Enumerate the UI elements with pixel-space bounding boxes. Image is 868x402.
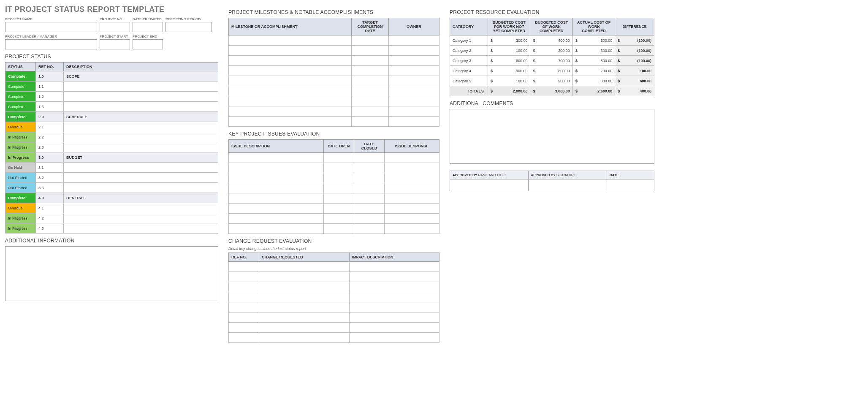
empty-cell[interactable] [324,214,354,224]
empty-cell[interactable] [229,183,324,193]
empty-cell[interactable] [324,224,354,234]
empty-cell[interactable] [229,117,352,127]
empty-cell[interactable] [229,96,352,106]
status-cell[interactable]: In Progress [5,132,36,142]
desc-cell[interactable] [64,122,218,132]
empty-cell[interactable] [324,163,354,173]
empty-cell[interactable] [259,312,350,323]
empty-cell[interactable] [349,323,439,333]
empty-cell[interactable] [389,66,439,76]
field-input[interactable] [165,22,212,32]
field-input[interactable] [133,22,163,32]
desc-cell[interactable] [64,92,218,102]
empty-cell[interactable] [389,46,439,56]
desc-cell[interactable]: BUDGET [64,152,218,163]
desc-cell[interactable] [64,81,218,92]
status-cell[interactable]: On Hold [5,163,36,173]
empty-cell[interactable] [229,282,259,292]
status-cell[interactable]: Not Started [5,173,36,183]
empty-cell[interactable] [229,106,352,117]
empty-cell[interactable] [259,282,350,292]
empty-cell[interactable] [229,163,324,173]
empty-cell[interactable] [354,214,385,224]
empty-cell[interactable] [385,224,439,234]
empty-cell[interactable] [385,173,439,183]
empty-cell[interactable] [389,106,439,117]
status-cell[interactable]: In Progress [5,152,36,163]
empty-cell[interactable] [352,35,389,46]
desc-cell[interactable] [64,223,218,234]
empty-cell[interactable] [229,173,324,183]
empty-cell[interactable] [259,292,350,302]
field-input[interactable] [100,39,130,49]
empty-cell[interactable] [259,323,350,333]
empty-cell[interactable] [389,76,439,86]
status-cell[interactable]: Complete [5,92,36,102]
field-input[interactable] [133,39,163,49]
empty-cell[interactable] [385,163,439,173]
desc-cell[interactable] [64,142,218,152]
approval-signature-input[interactable] [529,179,608,191]
additional-comments-box[interactable] [450,109,654,164]
empty-cell[interactable] [229,46,352,56]
empty-cell[interactable] [229,302,259,312]
status-cell[interactable]: In Progress [5,223,36,234]
status-cell[interactable]: Complete [5,112,36,122]
status-cell[interactable]: Overdue [5,122,36,132]
field-input[interactable] [100,22,130,32]
desc-cell[interactable]: GENERAL [64,193,218,203]
desc-cell[interactable] [64,213,218,223]
status-cell[interactable]: Complete [5,81,36,92]
empty-cell[interactable] [354,163,385,173]
approval-name-input[interactable] [450,179,529,191]
status-cell[interactable]: In Progress [5,213,36,223]
field-input[interactable] [5,22,97,32]
empty-cell[interactable] [349,272,439,282]
empty-cell[interactable] [259,333,350,343]
empty-cell[interactable] [229,323,259,333]
desc-cell[interactable] [64,163,218,173]
empty-cell[interactable] [229,262,259,272]
desc-cell[interactable] [64,132,218,142]
additional-info-box[interactable] [5,246,218,301]
empty-cell[interactable] [259,262,350,272]
empty-cell[interactable] [354,153,385,163]
desc-cell[interactable]: SCOPE [64,71,218,81]
empty-cell[interactable] [352,96,389,106]
desc-cell[interactable]: SCHEDULE [64,112,218,122]
empty-cell[interactable] [352,56,389,66]
desc-cell[interactable] [64,102,218,112]
empty-cell[interactable] [229,76,352,86]
empty-cell[interactable] [349,302,439,312]
empty-cell[interactable] [385,193,439,204]
empty-cell[interactable] [389,86,439,96]
empty-cell[interactable] [229,204,324,214]
desc-cell[interactable] [64,183,218,193]
empty-cell[interactable] [229,312,259,323]
status-cell[interactable]: In Progress [5,142,36,152]
empty-cell[interactable] [324,183,354,193]
empty-cell[interactable] [352,66,389,76]
empty-cell[interactable] [354,183,385,193]
empty-cell[interactable] [354,193,385,204]
empty-cell[interactable] [352,46,389,56]
empty-cell[interactable] [349,333,439,343]
desc-cell[interactable] [64,173,218,183]
empty-cell[interactable] [259,272,350,282]
empty-cell[interactable] [385,204,439,214]
empty-cell[interactable] [259,302,350,312]
empty-cell[interactable] [354,224,385,234]
empty-cell[interactable] [389,96,439,106]
status-cell[interactable]: Not Started [5,183,36,193]
empty-cell[interactable] [352,106,389,117]
empty-cell[interactable] [229,86,352,96]
empty-cell[interactable] [324,204,354,214]
field-input[interactable] [5,39,97,49]
empty-cell[interactable] [229,214,324,224]
empty-cell[interactable] [385,214,439,224]
empty-cell[interactable] [352,86,389,96]
empty-cell[interactable] [385,153,439,163]
empty-cell[interactable] [229,292,259,302]
empty-cell[interactable] [324,193,354,204]
desc-cell[interactable] [64,203,218,213]
